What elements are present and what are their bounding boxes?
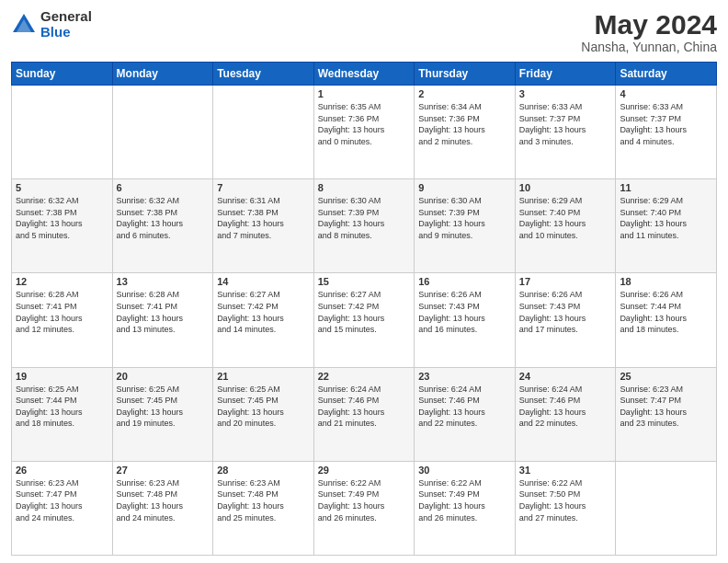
table-row	[112, 86, 213, 179]
col-tuesday: Tuesday	[213, 63, 314, 86]
table-row: 27Sunrise: 6:23 AM Sunset: 7:48 PM Dayli…	[112, 461, 213, 555]
day-info: Sunrise: 6:23 AM Sunset: 7:48 PM Dayligh…	[117, 477, 210, 523]
day-number: 15	[318, 276, 411, 287]
table-row: 19Sunrise: 6:25 AM Sunset: 7:44 PM Dayli…	[12, 367, 113, 461]
col-thursday: Thursday	[415, 63, 516, 86]
table-row: 17Sunrise: 6:26 AM Sunset: 7:43 PM Dayli…	[515, 273, 616, 367]
table-row: 18Sunrise: 6:26 AM Sunset: 7:44 PM Dayli…	[616, 273, 717, 367]
day-number: 12	[16, 276, 108, 287]
day-number: 21	[217, 371, 310, 382]
day-info: Sunrise: 6:30 AM Sunset: 7:39 PM Dayligh…	[318, 195, 411, 241]
calendar-week-5: 26Sunrise: 6:23 AM Sunset: 7:47 PM Dayli…	[12, 461, 717, 555]
day-info: Sunrise: 6:24 AM Sunset: 7:46 PM Dayligh…	[418, 384, 511, 430]
table-row: 2Sunrise: 6:34 AM Sunset: 7:36 PM Daylig…	[415, 86, 516, 179]
table-row: 12Sunrise: 6:28 AM Sunset: 7:41 PM Dayli…	[12, 273, 113, 367]
logo-blue-text: Blue	[40, 25, 92, 40]
logo-general-text: General	[40, 9, 92, 25]
day-number: 30	[418, 465, 511, 476]
day-number: 26	[16, 465, 108, 476]
day-number: 29	[318, 465, 411, 476]
col-friday: Friday	[515, 63, 616, 86]
day-number: 1	[318, 88, 411, 99]
page: General Blue May 2024 Nansha, Yunnan, Ch…	[0, 0, 728, 563]
table-row	[12, 86, 113, 179]
table-row: 26Sunrise: 6:23 AM Sunset: 7:47 PM Dayli…	[12, 461, 113, 555]
day-info: Sunrise: 6:22 AM Sunset: 7:50 PM Dayligh…	[519, 477, 612, 523]
table-row: 16Sunrise: 6:26 AM Sunset: 7:43 PM Dayli…	[415, 273, 516, 367]
day-info: Sunrise: 6:32 AM Sunset: 7:38 PM Dayligh…	[16, 195, 108, 241]
table-row: 25Sunrise: 6:23 AM Sunset: 7:47 PM Dayli…	[616, 367, 717, 461]
table-row: 20Sunrise: 6:25 AM Sunset: 7:45 PM Dayli…	[112, 367, 213, 461]
day-number: 8	[318, 182, 411, 193]
calendar-week-3: 12Sunrise: 6:28 AM Sunset: 7:41 PM Dayli…	[12, 273, 717, 367]
day-number: 23	[418, 371, 511, 382]
table-row	[616, 461, 717, 555]
col-saturday: Saturday	[616, 63, 717, 86]
table-row	[213, 86, 314, 179]
day-number: 5	[16, 182, 108, 193]
day-number: 7	[217, 182, 310, 193]
day-number: 11	[620, 182, 712, 193]
day-number: 22	[318, 371, 411, 382]
day-info: Sunrise: 6:22 AM Sunset: 7:49 PM Dayligh…	[318, 477, 411, 523]
day-info: Sunrise: 6:24 AM Sunset: 7:46 PM Dayligh…	[318, 384, 411, 430]
table-row: 7Sunrise: 6:31 AM Sunset: 7:38 PM Daylig…	[213, 179, 314, 273]
logo-icon	[11, 12, 37, 38]
day-info: Sunrise: 6:30 AM Sunset: 7:39 PM Dayligh…	[418, 195, 511, 241]
day-info: Sunrise: 6:28 AM Sunset: 7:41 PM Dayligh…	[16, 289, 108, 335]
calendar-table: Sunday Monday Tuesday Wednesday Thursday…	[11, 62, 717, 556]
subtitle: Nansha, Yunnan, China	[581, 40, 717, 54]
day-number: 17	[519, 276, 612, 287]
day-info: Sunrise: 6:24 AM Sunset: 7:46 PM Dayligh…	[519, 384, 612, 430]
day-number: 20	[117, 371, 210, 382]
day-info: Sunrise: 6:34 AM Sunset: 7:36 PM Dayligh…	[418, 101, 511, 147]
day-number: 25	[620, 371, 712, 382]
calendar-week-4: 19Sunrise: 6:25 AM Sunset: 7:44 PM Dayli…	[12, 367, 717, 461]
table-row: 31Sunrise: 6:22 AM Sunset: 7:50 PM Dayli…	[515, 461, 616, 555]
day-info: Sunrise: 6:26 AM Sunset: 7:43 PM Dayligh…	[418, 289, 511, 335]
day-info: Sunrise: 6:23 AM Sunset: 7:48 PM Dayligh…	[217, 477, 310, 523]
table-row: 6Sunrise: 6:32 AM Sunset: 7:38 PM Daylig…	[112, 179, 213, 273]
day-number: 14	[217, 276, 310, 287]
day-info: Sunrise: 6:29 AM Sunset: 7:40 PM Dayligh…	[519, 195, 612, 241]
logo-text: General Blue	[40, 9, 92, 40]
day-number: 13	[117, 276, 210, 287]
table-row: 3Sunrise: 6:33 AM Sunset: 7:37 PM Daylig…	[515, 86, 616, 179]
day-number: 10	[519, 182, 612, 193]
table-row: 29Sunrise: 6:22 AM Sunset: 7:49 PM Dayli…	[313, 461, 415, 555]
calendar-week-1: 1Sunrise: 6:35 AM Sunset: 7:36 PM Daylig…	[12, 86, 717, 179]
table-row: 21Sunrise: 6:25 AM Sunset: 7:45 PM Dayli…	[213, 367, 314, 461]
day-info: Sunrise: 6:29 AM Sunset: 7:40 PM Dayligh…	[620, 195, 712, 241]
day-number: 3	[519, 88, 612, 99]
day-info: Sunrise: 6:32 AM Sunset: 7:38 PM Dayligh…	[117, 195, 210, 241]
calendar-header-row: Sunday Monday Tuesday Wednesday Thursday…	[12, 63, 717, 86]
day-info: Sunrise: 6:26 AM Sunset: 7:44 PM Dayligh…	[620, 289, 712, 335]
table-row: 4Sunrise: 6:33 AM Sunset: 7:37 PM Daylig…	[616, 86, 717, 179]
table-row: 10Sunrise: 6:29 AM Sunset: 7:40 PM Dayli…	[515, 179, 616, 273]
day-info: Sunrise: 6:22 AM Sunset: 7:49 PM Dayligh…	[418, 477, 511, 523]
table-row: 24Sunrise: 6:24 AM Sunset: 7:46 PM Dayli…	[515, 367, 616, 461]
col-wednesday: Wednesday	[313, 63, 415, 86]
table-row: 8Sunrise: 6:30 AM Sunset: 7:39 PM Daylig…	[313, 179, 415, 273]
main-title: May 2024	[581, 9, 717, 40]
day-number: 6	[117, 182, 210, 193]
day-info: Sunrise: 6:23 AM Sunset: 7:47 PM Dayligh…	[620, 384, 712, 430]
day-info: Sunrise: 6:25 AM Sunset: 7:44 PM Dayligh…	[16, 384, 108, 430]
day-number: 31	[519, 465, 612, 476]
table-row: 14Sunrise: 6:27 AM Sunset: 7:42 PM Dayli…	[213, 273, 314, 367]
day-number: 18	[620, 276, 712, 287]
day-number: 2	[418, 88, 511, 99]
day-info: Sunrise: 6:26 AM Sunset: 7:43 PM Dayligh…	[519, 289, 612, 335]
col-sunday: Sunday	[12, 63, 113, 86]
day-info: Sunrise: 6:27 AM Sunset: 7:42 PM Dayligh…	[318, 289, 411, 335]
table-row: 28Sunrise: 6:23 AM Sunset: 7:48 PM Dayli…	[213, 461, 314, 555]
table-row: 9Sunrise: 6:30 AM Sunset: 7:39 PM Daylig…	[415, 179, 516, 273]
table-row: 5Sunrise: 6:32 AM Sunset: 7:38 PM Daylig…	[12, 179, 113, 273]
day-number: 24	[519, 371, 612, 382]
table-row: 23Sunrise: 6:24 AM Sunset: 7:46 PM Dayli…	[415, 367, 516, 461]
header: General Blue May 2024 Nansha, Yunnan, Ch…	[11, 9, 717, 54]
day-info: Sunrise: 6:25 AM Sunset: 7:45 PM Dayligh…	[117, 384, 210, 430]
day-number: 28	[217, 465, 310, 476]
day-info: Sunrise: 6:33 AM Sunset: 7:37 PM Dayligh…	[519, 101, 612, 147]
day-number: 4	[620, 88, 712, 99]
